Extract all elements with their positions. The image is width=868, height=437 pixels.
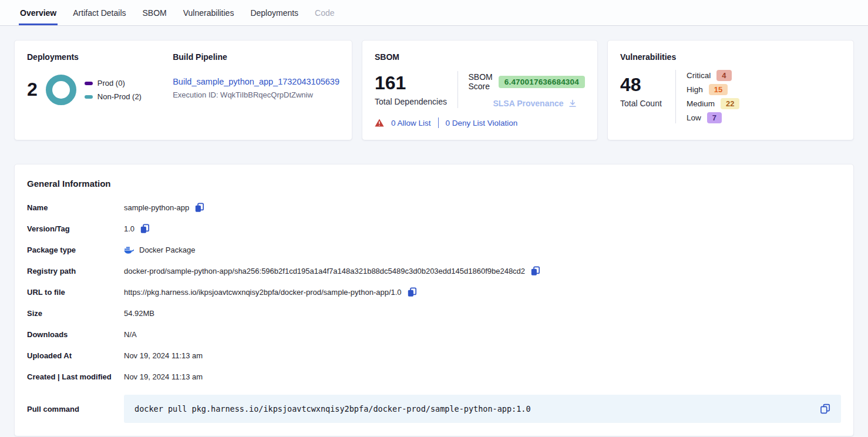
severity-row-low: Low 7 (687, 112, 739, 123)
sbom-card: SBOM 161 Total Dependencies SBOM Score 6… (362, 40, 598, 140)
execution-id: Execution ID: WqkTiIbBRqecQrpDtZwniw (173, 90, 339, 99)
pull-command-box: docker pull pkg.harness.io/ikpsjoavtcwxn… (124, 395, 841, 423)
download-icon[interactable] (568, 99, 577, 108)
prod-legend-label: Prod (0) (97, 79, 125, 88)
severity-label: Critical (687, 71, 711, 80)
nonprod-legend-label: Non-Prod (2) (97, 92, 142, 101)
size-value: 54.92MB (124, 309, 154, 318)
copy-icon[interactable] (140, 224, 150, 234)
version-label: Version/Tag (27, 224, 124, 233)
severity-count-badge: 15 (709, 84, 728, 95)
deployments-section: Deployments 2 Prod (0) Non-Prod (2) (27, 52, 173, 128)
vulnerabilities-card: Vulnerabilities 48 Total Count Critical … (607, 40, 854, 140)
slsa-provenance-link[interactable]: SLSA Provenance (493, 99, 563, 108)
downloads-value: N/A (124, 330, 137, 339)
severity-row-medium: Medium 22 (687, 98, 739, 109)
build-pipeline-section: Build Pipeline Build_sample_python_app_1… (173, 52, 339, 128)
general-information-card: General Information Name sample-python-a… (14, 164, 854, 436)
tab-overview[interactable]: Overview (19, 0, 58, 25)
legend-item-nonprod: Non-Prod (2) (85, 92, 142, 101)
pull-command-label: Pull command (27, 405, 124, 414)
vulnerabilities-total: 48 (620, 75, 672, 95)
summary-cards-row: Deployments 2 Prod (0) Non-Prod (2) Buil… (14, 40, 854, 140)
severity-count-badge: 4 (716, 70, 731, 81)
tab-bar: Overview Artifact Details SBOM Vulnerabi… (0, 0, 868, 26)
vulnerabilities-title: Vulnerabilities (620, 52, 841, 62)
url-to-file-value: https://pkg.harness.io/ikpsjoavtcwxnqisy… (124, 288, 402, 297)
uploaded-at-value: Nov 19, 2024 11:13 am (124, 351, 203, 360)
info-row-registry-path: Registry path docker-prod/sample-python-… (27, 265, 841, 277)
docker-icon (124, 246, 134, 254)
sbom-total: 161 (375, 73, 454, 93)
registry-path-label: Registry path (27, 267, 124, 275)
package-type-value: Docker Package (139, 246, 195, 254)
severity-label: High (687, 85, 703, 94)
copy-icon[interactable] (194, 203, 204, 213)
info-row-size: Size 54.92MB (27, 307, 841, 320)
version-value: 1.0 (124, 224, 134, 233)
deployments-donut-chart (46, 75, 76, 105)
sbom-title: SBOM (375, 52, 585, 62)
severity-row-high: High 15 (687, 84, 739, 95)
severity-label: Low (687, 113, 701, 122)
allow-list-link[interactable]: 0 Allow List (391, 119, 431, 127)
tab-artifact-details[interactable]: Artifact Details (72, 0, 127, 25)
created-modified-value: Nov 19, 2024 11:13 am (124, 372, 203, 381)
tab-vulnerabilities[interactable]: Vulnerabilities (182, 0, 235, 25)
created-modified-label: Created | Last modified (27, 372, 124, 381)
severity-count-badge: 22 (721, 98, 739, 109)
size-label: Size (27, 309, 124, 318)
info-row-url-to-file: URL to file https://pkg.harness.io/ikpsj… (27, 286, 841, 298)
downloads-label: Downloads (27, 330, 124, 339)
deny-list-link[interactable]: 0 Deny List Violation (446, 119, 518, 127)
sbom-score-block: SBOM Score 6.470017636684304 SLSA Proven… (468, 71, 585, 108)
prod-legend-swatch (85, 82, 93, 85)
deployments-title: Deployments (27, 52, 173, 62)
build-pipeline-title: Build Pipeline (173, 52, 339, 62)
nonprod-legend-swatch (85, 95, 93, 99)
name-value: sample-python-app (124, 203, 189, 212)
info-row-uploaded-at: Uploaded At Nov 19, 2024 11:13 am (27, 349, 841, 362)
legend-item-prod: Prod (0) (85, 79, 142, 88)
pipeline-link[interactable]: Build_sample_python_app_1732043105639 (173, 77, 339, 86)
name-label: Name (27, 203, 124, 212)
vulnerabilities-divider (675, 70, 676, 123)
copy-icon[interactable] (407, 287, 417, 297)
sbom-total-block: 161 Total Dependencies (375, 73, 454, 106)
info-row-downloads: Downloads N/A (27, 328, 841, 341)
sbom-score-badge: 6.470017636684304 (499, 76, 585, 88)
severity-row-critical: Critical 4 (687, 70, 739, 81)
sbom-total-label: Total Dependencies (375, 97, 454, 106)
vulnerabilities-total-label: Total Count (620, 99, 672, 108)
uploaded-at-label: Uploaded At (27, 351, 124, 360)
registry-path-value: docker-prod/sample-python-app/sha256:596… (124, 267, 525, 275)
info-row-created-modified: Created | Last modified Nov 19, 2024 11:… (27, 371, 841, 383)
info-row-version: Version/Tag 1.0 (27, 223, 841, 235)
general-information-title: General Information (27, 179, 841, 189)
copy-icon[interactable] (820, 404, 830, 414)
tab-sbom[interactable]: SBOM (142, 0, 168, 25)
tab-deployments[interactable]: Deployments (249, 0, 300, 25)
severity-count-badge: 7 (707, 112, 722, 123)
vulnerabilities-total-block: 48 Total Count (620, 70, 672, 123)
info-row-name: Name sample-python-app (27, 201, 841, 214)
sbom-policy-links: 0 Allow List 0 Deny List Violation (375, 117, 585, 128)
info-row-package-type: Package type Docker Package (27, 244, 841, 256)
copy-icon[interactable] (530, 266, 540, 276)
info-row-pull-command: Pull command docker pull pkg.harness.io/… (27, 395, 841, 423)
deployments-card: Deployments 2 Prod (0) Non-Prod (2) Buil… (14, 40, 352, 140)
package-type-label: Package type (27, 246, 124, 254)
deployments-legend: Prod (0) Non-Prod (2) (85, 79, 142, 101)
warning-triangle-icon (375, 119, 384, 127)
severity-label: Medium (687, 99, 715, 108)
url-to-file-label: URL to file (27, 288, 124, 297)
deployments-total: 2 (27, 79, 38, 100)
links-divider (438, 117, 439, 128)
tab-code[interactable]: Code (314, 0, 335, 25)
severity-list: Critical 4 High 15 Medium 22 Low 7 (687, 70, 739, 123)
sbom-divider (457, 71, 458, 108)
sbom-score-label: SBOM Score (468, 72, 492, 91)
pull-command-value: docker pull pkg.harness.io/ikpsjoavtcwxn… (134, 404, 820, 414)
